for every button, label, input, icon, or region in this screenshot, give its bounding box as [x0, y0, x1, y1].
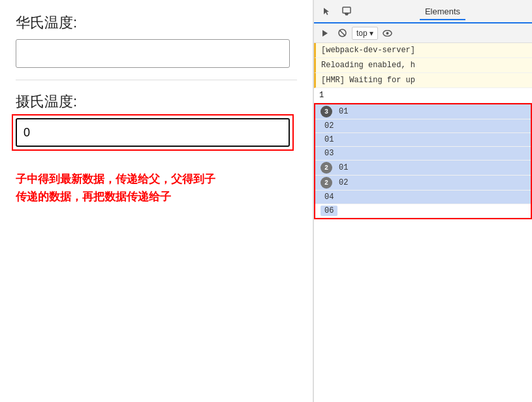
log-value-0: 01 — [335, 106, 352, 117]
console-line-3: [HMR] Waiting for up — [314, 73, 532, 88]
cursor-icon-btn[interactable] — [319, 3, 335, 19]
section-divider — [16, 80, 297, 80]
devtools-toolbar: top ▾ — [314, 23, 532, 43]
svg-marker-4 — [322, 30, 328, 37]
right-panel: Elements top ▾ [webpack-d — [313, 0, 532, 402]
log-list-container: 3 01 02 01 03 2 01 2 02 — [314, 103, 532, 219]
svg-marker-0 — [324, 8, 329, 15]
log-item-0: 3 01 — [315, 104, 531, 119]
log-value-1: 02 — [321, 121, 337, 131]
log-item-3: 03 — [315, 147, 531, 161]
svg-rect-2 — [345, 13, 349, 14]
svg-rect-1 — [343, 7, 351, 13]
left-panel: 华氏温度: 摄氏温度: 子中得到最新数据，传递给父，父得到子传递的数据，再把数据… — [0, 0, 313, 402]
top-label: top — [356, 29, 368, 38]
log-item-6: 04 — [315, 191, 531, 204]
log-value-5: 02 — [335, 178, 352, 188]
svg-point-8 — [386, 32, 389, 35]
badge-2b: 2 — [321, 177, 332, 189]
eye-icon[interactable] — [381, 26, 395, 40]
inspect-icon-btn[interactable] — [339, 3, 354, 19]
block-icon-btn[interactable] — [335, 26, 349, 40]
console-number-line: 1 — [314, 88, 532, 103]
fahrenheit-label: 华氏温度: — [16, 13, 297, 33]
chevron-down-icon: ▾ — [369, 29, 373, 38]
log-item-1: 02 — [315, 119, 531, 133]
badge-3: 3 — [321, 106, 332, 117]
devtools-header: Elements — [314, 0, 532, 23]
log-value-4: 01 — [335, 162, 352, 173]
log-item-4: 2 01 — [315, 161, 531, 176]
log-item-2: 01 — [315, 133, 531, 147]
celsius-input[interactable] — [16, 118, 290, 147]
fahrenheit-input[interactable] — [16, 39, 290, 68]
log-value-6: 04 — [321, 192, 337, 202]
svg-rect-3 — [345, 14, 348, 16]
log-value-7: 06 — [321, 206, 337, 216]
log-item-7: 06 — [315, 204, 531, 218]
badge-2a: 2 — [321, 162, 332, 174]
console-line-1: [webpack-dev-server] — [314, 43, 532, 58]
console-output: [webpack-dev-server] Reloading enabled, … — [314, 43, 532, 402]
top-dropdown[interactable]: top ▾ — [352, 27, 378, 40]
play-icon-btn[interactable] — [318, 26, 332, 40]
log-value-3: 03 — [321, 148, 337, 159]
elements-tab[interactable]: Elements — [420, 4, 465, 20]
console-line-2: Reloading enabled, h — [314, 58, 532, 73]
celsius-wrapper — [16, 118, 290, 147]
log-value-2: 01 — [321, 134, 337, 145]
svg-line-6 — [339, 30, 345, 36]
description-text: 子中得到最新数据，传递给父，父得到子传递的数据，再把数据传递给子 — [16, 170, 225, 206]
celsius-label: 摄氏温度: — [16, 92, 297, 112]
log-item-5: 2 02 — [315, 176, 531, 191]
